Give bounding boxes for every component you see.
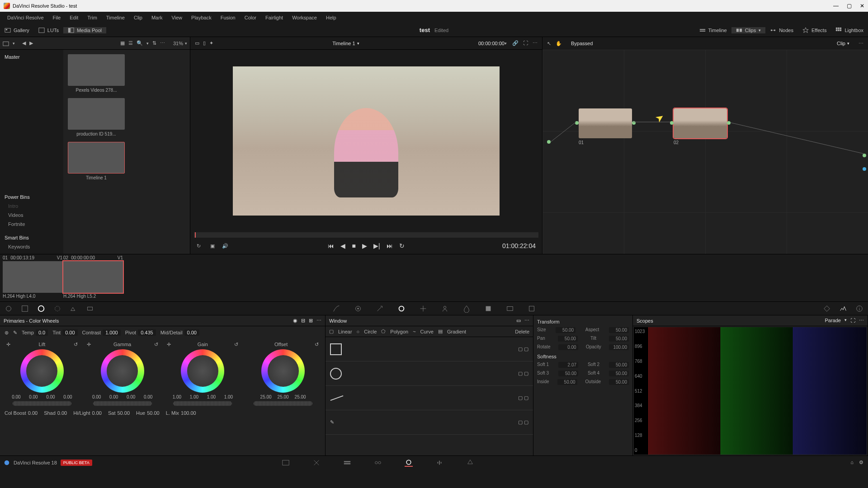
- offset-master-wheel[interactable]: [254, 401, 312, 406]
- window-row[interactable]: ▢ ▢: [326, 361, 533, 386]
- timeline-name[interactable]: Timeline 1: [332, 41, 355, 46]
- gallery-toggle[interactable]: Gallery: [0, 27, 34, 33]
- scrub-bar[interactable]: [194, 232, 538, 238]
- options-icon[interactable]: ⋯: [524, 318, 529, 324]
- chevron-down-icon[interactable]: ▾: [13, 41, 15, 46]
- maximize-button[interactable]: ▢: [847, 3, 852, 9]
- outside-value[interactable]: 50.00: [609, 379, 629, 385]
- deliver-page[interactable]: [466, 459, 474, 467]
- menu-timeline[interactable]: Timeline: [102, 13, 129, 22]
- lightbox-toggle[interactable]: Lightbox: [831, 27, 868, 33]
- fairlight-page[interactable]: [435, 459, 443, 467]
- circle-tool[interactable]: Circle: [364, 329, 377, 334]
- window-row[interactable]: ▢ ▢: [326, 337, 533, 361]
- info-icon[interactable]: [855, 305, 863, 313]
- delete-button[interactable]: Delete: [515, 329, 529, 334]
- contrast-value[interactable]: 1.000: [103, 329, 121, 336]
- keyframes-icon[interactable]: [823, 305, 831, 313]
- bars-mode-icon[interactable]: ⊟: [301, 318, 305, 324]
- clip-thumb[interactable]: production ID 519...: [68, 98, 125, 136]
- bin-intro[interactable]: Intro: [0, 202, 63, 211]
- pointer-icon[interactable]: ↖: [547, 41, 551, 47]
- gain-master-wheel[interactable]: [173, 401, 232, 406]
- sort-icon[interactable]: ⇅: [152, 40, 156, 46]
- size-value[interactable]: 50.00: [556, 327, 576, 333]
- inside-value[interactable]: 50.00: [557, 379, 577, 385]
- tilt-value[interactable]: 50.00: [609, 336, 629, 342]
- gamma-master-wheel[interactable]: [93, 401, 152, 406]
- loop-button[interactable]: ↻: [399, 242, 405, 249]
- last-frame-button[interactable]: ⏭: [387, 242, 393, 249]
- hdr-icon[interactable]: [53, 305, 61, 313]
- options-icon[interactable]: ⋯: [316, 318, 321, 324]
- window-icon[interactable]: [397, 305, 406, 313]
- offset-wheel[interactable]: [261, 349, 305, 393]
- sizing-icon[interactable]: [506, 305, 514, 313]
- hue-value[interactable]: 50.00: [147, 410, 160, 416]
- soft4-value[interactable]: 50.00: [609, 371, 629, 376]
- options-icon[interactable]: ⋯: [533, 40, 538, 46]
- next-frame-button[interactable]: ▶|: [373, 242, 380, 249]
- viewer-canvas[interactable]: [190, 50, 542, 232]
- viewer-timecode[interactable]: 00:00:00:00: [478, 41, 505, 46]
- stop-button[interactable]: ■: [352, 242, 355, 249]
- mute-icon[interactable]: 🔊: [222, 243, 228, 249]
- options-icon[interactable]: ⋯: [859, 41, 863, 47]
- auto-balance-icon[interactable]: ⊛: [5, 330, 9, 336]
- close-button[interactable]: ✕: [860, 3, 864, 9]
- hand-icon[interactable]: ✋: [556, 41, 562, 47]
- zoom-level[interactable]: 31%: [173, 41, 183, 46]
- menu-file[interactable]: File: [48, 13, 66, 22]
- clip-card[interactable]: 0200:00:00:00V1 H.264 High L5.2: [63, 255, 123, 300]
- magic-icon[interactable]: ✦: [209, 40, 213, 46]
- presets-icon[interactable]: ▭: [516, 318, 521, 324]
- master-bin[interactable]: Master: [0, 52, 63, 61]
- bin-keywords[interactable]: Keywords: [0, 242, 63, 251]
- rgb-mixer-icon[interactable]: [70, 305, 78, 313]
- 3d-icon[interactable]: [528, 305, 536, 313]
- menu-view[interactable]: View: [167, 13, 187, 22]
- match-frame-icon[interactable]: ▣: [210, 243, 215, 249]
- bin-fortnite[interactable]: Fortnite: [0, 220, 63, 229]
- curve-tool[interactable]: Curve: [420, 329, 434, 334]
- bin-videos[interactable]: Videos: [0, 211, 63, 220]
- effects-toggle[interactable]: Effects: [798, 27, 831, 33]
- mid-detail-value[interactable]: 0.00: [184, 329, 199, 336]
- home-icon[interactable]: ⌂: [850, 460, 854, 465]
- curves-icon[interactable]: [332, 305, 340, 313]
- bin-icon[interactable]: [3, 40, 9, 47]
- fusion-page[interactable]: [374, 459, 382, 467]
- reset-icon[interactable]: ↺: [74, 342, 78, 347]
- minimize-button[interactable]: —: [833, 3, 839, 9]
- menu-color[interactable]: Color: [240, 13, 261, 22]
- polygon-tool[interactable]: Polygon: [390, 329, 408, 334]
- clips-toggle[interactable]: Clips▾: [731, 27, 765, 33]
- menu-davinci[interactable]: DaVinci Resolve: [3, 13, 48, 22]
- edit-page[interactable]: [343, 459, 351, 467]
- input-node-dot[interactable]: [547, 140, 551, 144]
- split-view-icon[interactable]: ▭: [195, 40, 199, 46]
- play-button[interactable]: ▶: [362, 242, 367, 249]
- list-view-icon[interactable]: ☰: [128, 40, 133, 46]
- gradient-tool[interactable]: Gradient: [447, 329, 466, 334]
- timeline-toggle[interactable]: Timeline: [695, 27, 731, 33]
- menu-mark[interactable]: Mark: [147, 13, 167, 22]
- rotate-value[interactable]: 0.00: [558, 344, 578, 350]
- clip-thumb[interactable]: Pexels Videos 278...: [68, 54, 125, 93]
- menu-fairlight[interactable]: Fairlight: [261, 13, 288, 22]
- highlight-icon[interactable]: ▯: [203, 40, 206, 46]
- mediapool-toggle[interactable]: Media Pool: [63, 27, 106, 33]
- colboost-value[interactable]: 0.00: [28, 410, 38, 416]
- magic-mask-icon[interactable]: [441, 305, 449, 313]
- pan-value[interactable]: 50.00: [558, 336, 578, 342]
- wheel-mode-icon[interactable]: ◉: [293, 318, 297, 324]
- aspect-value[interactable]: 50.00: [609, 327, 629, 333]
- hilight-value[interactable]: 0.00: [92, 410, 102, 416]
- soft1-value[interactable]: 2.07: [558, 362, 578, 368]
- lmix-value[interactable]: 100.00: [181, 410, 196, 416]
- picker-icon[interactable]: ✎: [13, 330, 17, 336]
- reset-icon[interactable]: ↺: [315, 342, 319, 347]
- key-icon[interactable]: [484, 305, 492, 313]
- lift-picker-icon[interactable]: ✛: [6, 342, 10, 347]
- menu-help[interactable]: Help: [321, 13, 341, 22]
